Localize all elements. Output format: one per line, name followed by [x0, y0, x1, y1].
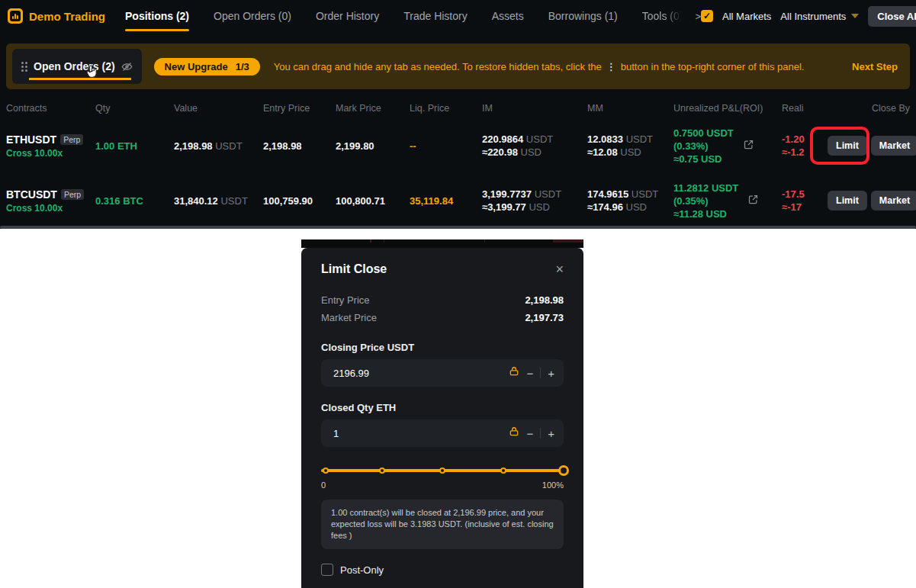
symbol-label[interactable]: BTCUSDT	[6, 188, 57, 201]
slider-min-label: 0	[321, 480, 326, 490]
im-usd: ≈220.98	[482, 146, 518, 158]
qty-percent-slider[interactable]	[321, 465, 564, 476]
hand-cursor-icon	[85, 64, 98, 82]
increase-qty-button[interactable]: +	[548, 428, 554, 439]
slider-thumb[interactable]	[558, 465, 569, 476]
demo-trading-logo-icon	[8, 8, 23, 24]
col-unrealized-pnl: Unrealized P&L(ROI)	[673, 103, 782, 114]
brand-title: Demo Trading	[29, 10, 105, 23]
new-upgrade-label: New Upgrade	[165, 61, 228, 72]
market-close-button[interactable]: Market	[871, 136, 916, 156]
realized-pnl-cell: -17.5 ≈-17	[782, 188, 828, 214]
share-pnl-icon[interactable]	[747, 194, 759, 207]
mm-usdt-unit: USDT	[626, 133, 653, 145]
mm-cell: 12.0833 USDT ≈12.08 USD	[587, 133, 673, 159]
tab-trade-history[interactable]: Trade History	[403, 0, 468, 32]
tab-positions[interactable]: Positions (2)	[125, 0, 189, 32]
tab-tools[interactable]: Tools (0)	[642, 0, 683, 32]
upl-line2: (0.35%)	[673, 194, 738, 207]
value-num: 2,198.98	[174, 140, 213, 152]
liq-price-cell: 35,119.84	[410, 195, 482, 207]
post-only-label: Post-Only	[340, 564, 384, 576]
perp-badge: Perp	[60, 134, 83, 145]
im-usdt-unit: USDT	[526, 133, 553, 145]
value-num: 31,840.12	[174, 195, 218, 207]
realized-line1: -1.20	[782, 133, 828, 146]
closing-price-value[interactable]: 2196.99	[333, 368, 509, 379]
mm-usd: ≈12.08	[587, 146, 618, 158]
drag-handle-icon[interactable]	[21, 62, 27, 72]
margin-mode-label[interactable]: Cross 10.00x	[6, 148, 95, 159]
open-orders-tab-card[interactable]: Open Orders (2)	[12, 49, 142, 84]
increase-price-button[interactable]: +	[548, 368, 554, 379]
closing-price-input[interactable]: 2196.99 − +	[321, 359, 564, 387]
col-liq-price: Liq. Price	[410, 103, 482, 114]
slider-stop-50[interactable]	[439, 468, 445, 474]
next-step-link[interactable]: Next Step	[852, 61, 898, 72]
mark-price-cell: 2,199.80	[336, 140, 410, 152]
entry-price-value: 2,198.98	[525, 294, 564, 306]
realized-pnl-cell: -1.20 ≈-1.2	[782, 133, 828, 159]
slider-stop-25[interactable]	[379, 468, 385, 474]
closed-qty-value[interactable]: 1	[333, 428, 509, 439]
realized-line1: -17.5	[782, 188, 828, 201]
all-markets-checkbox[interactable]: ✓	[701, 10, 713, 22]
position-row-btcusdt: BTCUSDT Perp Cross 10.00x 0.316 BTC 31,8…	[0, 173, 916, 228]
slider-stop-75[interactable]	[500, 468, 506, 474]
trading-panel: Demo Trading Positions (2) Open Orders (…	[0, 0, 916, 229]
close-icon[interactable]: ×	[555, 262, 564, 276]
market-price-label: Market Price	[321, 312, 377, 323]
close-all-button[interactable]: Close All	[868, 6, 916, 27]
close-by-cell: Limit Market	[828, 191, 916, 210]
qty-cell: 1.00 ETH	[95, 140, 174, 152]
tab-order-history[interactable]: Order History	[316, 0, 379, 32]
slider-max-label: 100%	[542, 480, 564, 490]
col-entry-price: Entry Price	[263, 103, 336, 114]
last-price-lock-icon[interactable]	[509, 426, 519, 440]
horizontal-scrollbar[interactable]	[0, 226, 916, 229]
decrease-qty-button[interactable]: −	[526, 428, 533, 439]
post-only-option[interactable]: Post-Only	[321, 564, 564, 576]
value-unit: USDT	[220, 195, 247, 207]
col-contracts: Contracts	[6, 103, 95, 114]
banner-message-before: You can drag and hide any tab as needed.…	[274, 61, 602, 72]
entry-price-cell: 2,198.98	[263, 140, 336, 152]
col-close-by: Close By	[828, 103, 910, 114]
value-cell: 2,198.98 USDT	[174, 140, 263, 152]
im-usd: ≈3,199.77	[482, 201, 526, 213]
symbol-label[interactable]: ETHUSDT	[6, 133, 56, 146]
new-upgrade-badge: New Upgrade 1/3	[154, 58, 260, 76]
realized-line2: ≈-1.2	[782, 146, 828, 159]
slider-stop-0[interactable]	[323, 468, 329, 474]
last-price-lock-icon[interactable]	[509, 366, 519, 380]
contract-cell: ETHUSDT Perp Cross 10.00x	[6, 133, 95, 159]
market-close-button[interactable]: Market	[871, 191, 916, 210]
mm-usdt: 12.0833	[587, 133, 623, 145]
nav-right-controls: ✓ All Markets All Instruments Close All …	[701, 6, 916, 27]
all-instruments-dropdown[interactable]: All Instruments	[780, 11, 859, 22]
chevron-right-icon[interactable]: >	[695, 11, 701, 22]
tab-assets[interactable]: Assets	[492, 0, 524, 32]
divider	[540, 428, 541, 439]
closed-qty-input[interactable]: 1 − +	[321, 419, 564, 447]
decrease-price-button[interactable]: −	[526, 368, 533, 379]
tab-open-orders[interactable]: Open Orders (0)	[214, 0, 291, 32]
realized-line2: ≈-17	[782, 201, 828, 214]
closing-price-label: Closing Price USDT	[321, 342, 564, 353]
limit-close-button[interactable]: Limit	[828, 191, 867, 210]
hide-tab-eye-off-icon[interactable]	[121, 61, 133, 72]
limit-close-modal: Limit Close × Entry Price 2,198.98 Marke…	[301, 248, 583, 588]
mark-price-cell: 100,800.71	[336, 195, 410, 207]
modal-title: Limit Close	[321, 262, 387, 276]
positions-table-header: Contracts Qty Value Entry Price Mark Pri…	[0, 98, 916, 118]
mm-usd: ≈174.96	[587, 201, 623, 213]
closed-qty-label: Closed Qty ETH	[321, 402, 564, 413]
post-only-checkbox[interactable]	[321, 564, 333, 576]
margin-mode-label[interactable]: Cross 10.00x	[6, 203, 95, 214]
limit-close-button[interactable]: Limit	[828, 136, 867, 156]
col-mark-price: Mark Price	[336, 103, 410, 114]
share-pnl-icon[interactable]	[743, 139, 754, 153]
tab-borrowings[interactable]: Borrowings (1)	[548, 0, 618, 32]
im-cell: 3,199.7737 USDT ≈3,199.77 USD	[482, 188, 587, 214]
im-usdt-unit: USDT	[535, 188, 561, 200]
